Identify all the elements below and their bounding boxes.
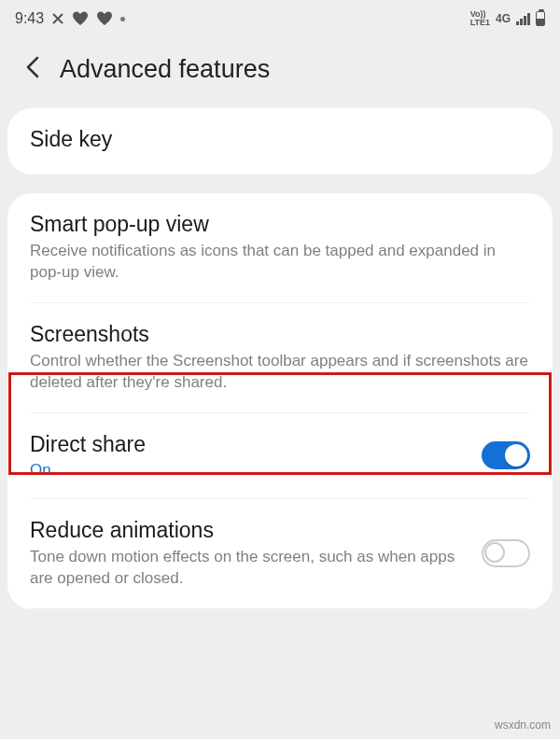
- battery-icon: [536, 11, 545, 26]
- item-side-key[interactable]: Side key: [7, 108, 553, 174]
- item-direct-share[interactable]: Direct share On: [7, 413, 553, 498]
- signal-icon: [516, 12, 530, 25]
- item-smart-popup[interactable]: Smart pop-up view Receive notifications …: [7, 193, 553, 302]
- item-title: Side key: [30, 127, 530, 152]
- more-dot-icon: [120, 17, 125, 21]
- status-time: 9:43: [15, 10, 44, 27]
- watermark: wsxdn.com: [495, 718, 551, 732]
- item-status: On: [30, 461, 467, 480]
- item-screenshots[interactable]: Screenshots Control whether the Screensh…: [7, 303, 553, 412]
- item-desc: Control whether the Screenshot toolbar a…: [30, 351, 530, 394]
- card-side-key: Side key: [7, 108, 553, 174]
- item-title: Reduce animations: [30, 518, 467, 543]
- item-title: Direct share: [30, 432, 467, 457]
- item-desc: Receive notifications as icons that can …: [30, 241, 530, 284]
- status-right: Vo)) LTE1 4G: [470, 10, 545, 27]
- reduce-animations-toggle[interactable]: [482, 539, 530, 567]
- page-title: Advanced features: [60, 55, 270, 84]
- item-title: Screenshots: [30, 322, 530, 347]
- item-title: Smart pop-up view: [30, 212, 530, 237]
- divider: [30, 608, 530, 609]
- header: Advanced features: [0, 37, 560, 108]
- status-bar: 9:43 Vo)) LTE1 4G: [0, 0, 560, 37]
- item-desc: Tone down motion effects on the screen, …: [30, 547, 467, 590]
- heart-icon: [72, 11, 89, 26]
- direct-share-toggle[interactable]: [482, 441, 530, 469]
- card-advanced: Smart pop-up view Receive notifications …: [7, 193, 553, 609]
- back-icon[interactable]: [24, 54, 41, 84]
- heart-icon: [96, 11, 113, 26]
- status-left: 9:43: [15, 10, 125, 27]
- net-volte-label: Vo)) LTE1: [470, 10, 490, 27]
- net-4g-label: 4G: [496, 13, 511, 24]
- item-reduce-animations[interactable]: Reduce animations Tone down motion effec…: [7, 499, 553, 608]
- x-icon: [51, 12, 64, 25]
